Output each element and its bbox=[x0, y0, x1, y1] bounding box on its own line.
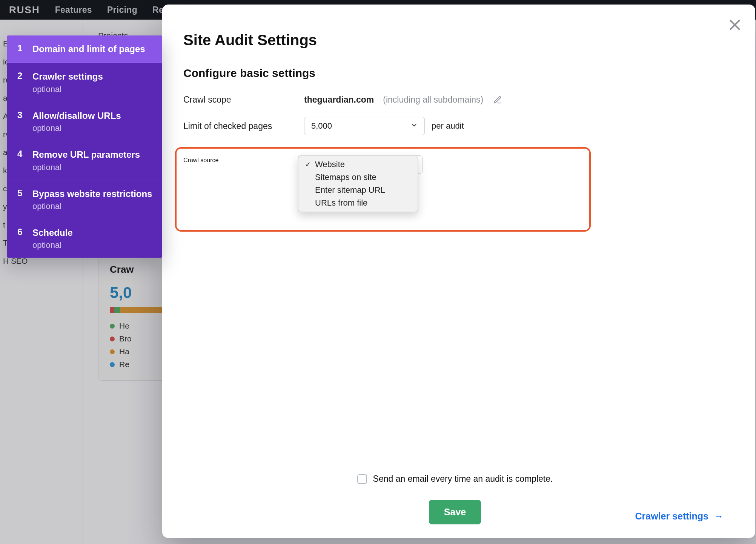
limit-suffix: per audit bbox=[432, 121, 464, 131]
crawl-scope-label: Crawl scope bbox=[183, 95, 304, 105]
step-schedule[interactable]: 6 Scheduleoptional bbox=[7, 219, 162, 258]
crawl-scope-note: (including all subdomains) bbox=[383, 95, 483, 105]
row-crawl-scope: Crawl scope theguardian.com (including a… bbox=[183, 95, 727, 105]
nav-item: Features bbox=[55, 5, 92, 15]
step-allow-disallow[interactable]: 3 Allow/disallow URLsoptional bbox=[7, 102, 162, 141]
row-limit-pages: Limit of checked pages 5,000 per audit bbox=[183, 117, 727, 135]
email-notify-checkbox[interactable] bbox=[357, 474, 367, 484]
crawl-source-option-enter-sitemap-url[interactable]: Enter sitemap URL bbox=[298, 184, 418, 197]
step-domain-limit[interactable]: 1 Domain and limit of pages bbox=[7, 35, 162, 63]
modal-subtitle: Configure basic settings bbox=[183, 67, 727, 80]
crawl-scope-domain: theguardian.com bbox=[304, 95, 374, 105]
nav-item: Pricing bbox=[107, 5, 137, 15]
limit-select[interactable]: 5,000 bbox=[304, 117, 425, 135]
crawl-source-label: Crawl source bbox=[183, 155, 298, 164]
crawl-source-option-urls-from-file[interactable]: URLs from file bbox=[298, 197, 418, 209]
crawl-source-dropdown: ✓ Website Sitemaps on site Enter sitemap… bbox=[298, 155, 418, 212]
check-icon: ✓ bbox=[304, 160, 311, 169]
step-crawler-settings[interactable]: 2 Crawler settingsoptional bbox=[7, 63, 162, 102]
chevron-down-icon bbox=[411, 121, 418, 131]
close-icon[interactable] bbox=[727, 17, 742, 32]
arrow-right-icon: → bbox=[714, 510, 724, 522]
brand-logo: RUSH bbox=[9, 4, 40, 16]
site-audit-settings-modal: Site Audit Settings Configure basic sett… bbox=[162, 5, 755, 538]
crawl-source-option-sitemaps-on-site[interactable]: Sitemaps on site bbox=[298, 171, 418, 184]
next-crawler-settings-link[interactable]: Crawler settings → bbox=[635, 510, 724, 522]
email-notify-row: Send an email every time an audit is com… bbox=[357, 474, 553, 484]
save-button[interactable]: Save bbox=[429, 500, 481, 524]
modal-title: Site Audit Settings bbox=[183, 32, 727, 49]
crawl-source-highlight: Crawl source ✓ Website Sitemaps on site bbox=[175, 147, 591, 232]
edit-scope-icon[interactable] bbox=[493, 95, 502, 104]
crawl-source-option-website[interactable]: ✓ Website bbox=[298, 158, 418, 171]
wizard-steps: 1 Domain and limit of pages 2 Crawler se… bbox=[7, 35, 162, 258]
step-bypass-restrictions[interactable]: 5 Bypass website restrictionsoptional bbox=[7, 180, 162, 219]
step-remove-url-params[interactable]: 4 Remove URL parametersoptional bbox=[7, 141, 162, 180]
limit-select-value: 5,000 bbox=[311, 121, 332, 131]
email-notify-label: Send an email every time an audit is com… bbox=[373, 474, 553, 484]
limit-label: Limit of checked pages bbox=[183, 121, 304, 131]
